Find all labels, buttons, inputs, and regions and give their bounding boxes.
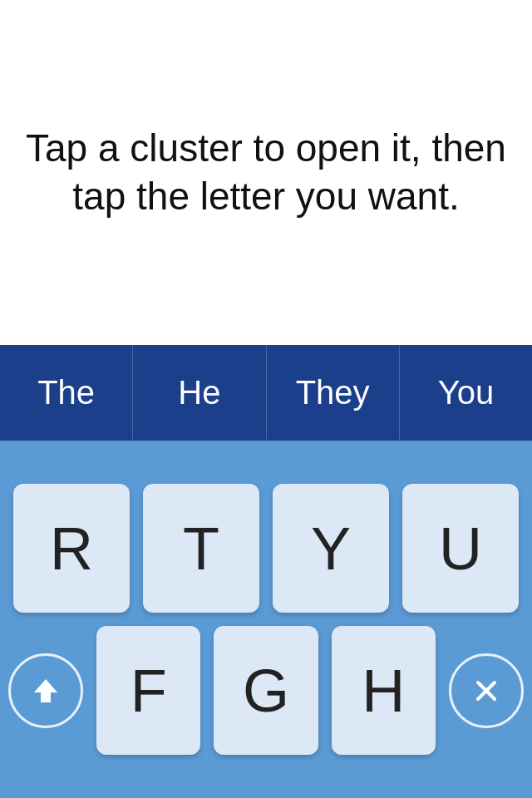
key-h[interactable]: H [332,626,436,755]
keyboard-container: TheHeTheyYou RTYU FGH [0,345,532,798]
word-item-they[interactable]: They [267,345,400,440]
word-label-they: They [296,374,370,411]
delete-button[interactable] [449,653,524,728]
keys-area: RTYU FGH [0,441,532,798]
key-letter-h: H [362,657,405,725]
key-letter-t: T [183,515,219,583]
key-letter-u: U [439,515,482,583]
key-letter-g: G [243,657,289,725]
svg-marker-0 [34,679,57,702]
key-letter-r: R [50,515,93,583]
key-g[interactable]: G [214,626,318,755]
key-y[interactable]: Y [273,484,389,613]
word-item-the[interactable]: The [0,345,133,440]
key-f[interactable]: F [96,626,200,755]
key-t[interactable]: T [143,484,259,613]
word-label-he: He [178,374,220,411]
word-bar: TheHeTheyYou [0,345,532,441]
key-row-top: RTYU [8,484,524,613]
key-u[interactable]: U [402,484,519,613]
word-label-you: You [438,374,495,411]
shift-button[interactable] [8,653,83,728]
word-item-he[interactable]: He [133,345,266,440]
word-label-the: The [37,374,95,411]
key-row-bottom: FGH [8,626,524,755]
instruction-text: Tap a cluster to open it, then tap the l… [25,125,507,220]
key-letter-f: F [131,657,167,725]
word-item-you[interactable]: You [400,345,532,440]
key-letter-y: Y [311,515,351,583]
key-r[interactable]: R [13,484,130,613]
instruction-area: Tap a cluster to open it, then tap the l… [0,0,532,345]
